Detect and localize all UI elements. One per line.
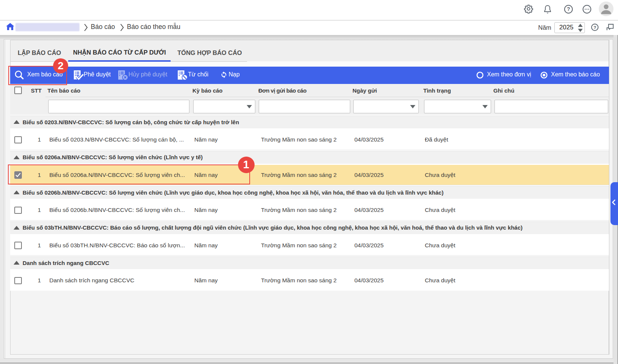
svg-text:?: ? bbox=[567, 6, 570, 12]
svg-text:?: ? bbox=[594, 25, 596, 30]
